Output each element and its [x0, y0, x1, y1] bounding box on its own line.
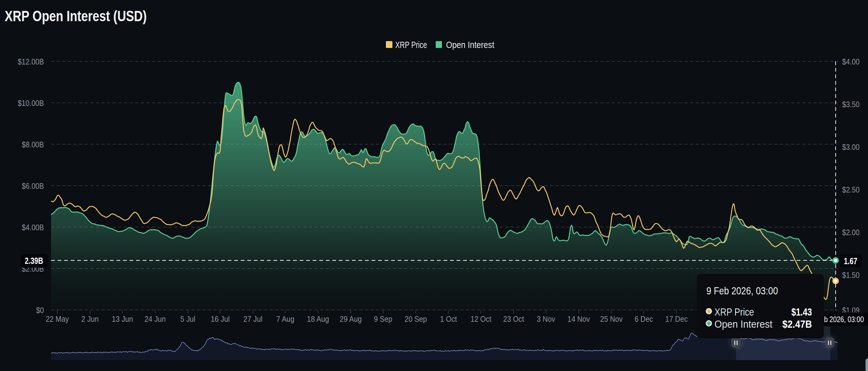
- svg-text:Open Interest: Open Interest: [714, 318, 772, 330]
- svg-text:9 Sep: 9 Sep: [374, 314, 393, 323]
- svg-text:18 Aug: 18 Aug: [307, 314, 329, 323]
- svg-text:XRP Price: XRP Price: [395, 39, 427, 50]
- svg-text:$1.43: $1.43: [792, 306, 812, 318]
- svg-text:XRP Open Interest (USD): XRP Open Interest (USD): [5, 8, 147, 24]
- svg-text:$8.00B: $8.00B: [22, 140, 44, 149]
- svg-text:$4.00B: $4.00B: [22, 223, 44, 232]
- svg-text:1 Oct: 1 Oct: [440, 314, 457, 323]
- svg-text:$3.50: $3.50: [842, 100, 860, 109]
- svg-text:Open Interest: Open Interest: [446, 39, 495, 50]
- svg-text:9 Feb 2026, 03:00: 9 Feb 2026, 03:00: [706, 285, 778, 297]
- svg-text:24 Jun: 24 Jun: [145, 314, 166, 323]
- svg-text:$0: $0: [36, 306, 44, 315]
- svg-text:13 Jun: 13 Jun: [112, 314, 133, 323]
- svg-text:$6.00B: $6.00B: [22, 181, 44, 191]
- svg-text:$1.50: $1.50: [842, 270, 860, 280]
- svg-text:3 Nov: 3 Nov: [537, 314, 555, 323]
- svg-text:23 Oct: 23 Oct: [503, 314, 525, 323]
- svg-text:$3.00: $3.00: [842, 142, 860, 152]
- svg-text:12 Oct: 12 Oct: [471, 314, 492, 323]
- svg-text:$4.00: $4.00: [842, 57, 860, 66]
- svg-text:$2.47B: $2.47B: [782, 318, 812, 330]
- svg-text:14 Nov: 14 Nov: [567, 314, 590, 323]
- svg-text:17 Dec: 17 Dec: [665, 314, 688, 323]
- svg-text:5 Jul: 5 Jul: [180, 314, 195, 323]
- svg-text:16 Jul: 16 Jul: [211, 314, 230, 323]
- svg-text:$2.50: $2.50: [842, 185, 860, 194]
- svg-text:$10.00B: $10.00B: [18, 98, 44, 108]
- svg-text:XRP Price: XRP Price: [714, 306, 754, 318]
- svg-text:$2.00: $2.00: [842, 228, 860, 237]
- svg-text:1.67: 1.67: [844, 256, 858, 266]
- svg-text:2.39B: 2.39B: [25, 256, 43, 266]
- svg-text:25 Nov: 25 Nov: [600, 314, 623, 323]
- svg-text:7 Aug: 7 Aug: [276, 314, 294, 323]
- svg-text:22 May: 22 May: [46, 314, 69, 323]
- svg-text:$12.00B: $12.00B: [18, 57, 44, 66]
- svg-text:6 Dec: 6 Dec: [635, 314, 653, 323]
- svg-text:20 Sep: 20 Sep: [405, 314, 427, 323]
- svg-text:2 Jun: 2 Jun: [81, 314, 99, 323]
- svg-text:29 Aug: 29 Aug: [340, 314, 362, 323]
- svg-text:27 Jul: 27 Jul: [244, 314, 262, 323]
